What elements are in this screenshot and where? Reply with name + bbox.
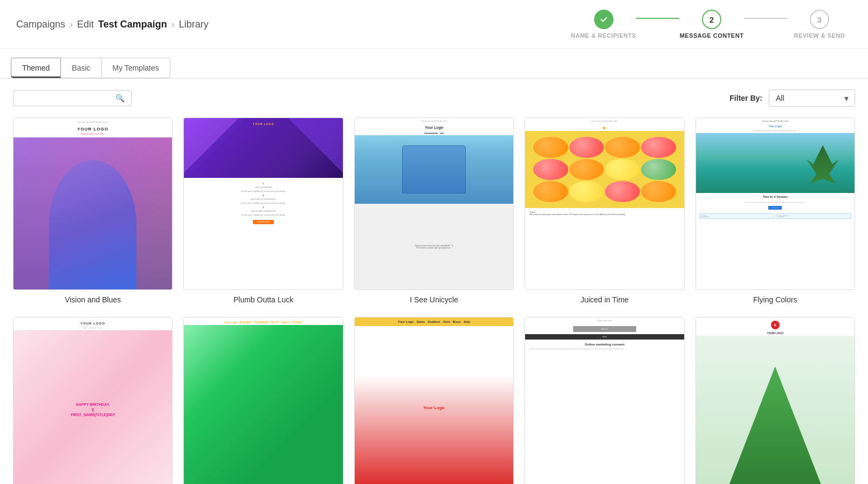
template-juiced[interactable]: Can't see this email? OK still_cool % 🍋 — [525, 117, 684, 304]
breadcrumb-chevron-1: › — [70, 19, 73, 30]
breadcrumb: Campaigns › Edit Test Campaign › Library — [16, 19, 209, 30]
step-1: NAME & RECIPIENTS — [571, 10, 636, 39]
step-3-label: REVIEW & SEND — [794, 32, 845, 39]
template-unicycle[interactable]: Can't see this email? OK still_cool % Yo… — [354, 117, 514, 304]
step-3: 3 REVIEW & SEND — [787, 10, 852, 39]
template-vision-blues[interactable]: Can't see this email? Ok still_cool % YO… — [13, 117, 173, 304]
template-flying-name: Flying Colors — [695, 295, 855, 304]
library-label: Library — [179, 19, 209, 30]
tab-my-templates[interactable]: My Templates — [102, 58, 170, 78]
template-golf-preview: Your Logo BARBER YOURBERS BOYS GIRLS STO… — [183, 317, 343, 484]
header: Campaigns › Edit Test Campaign › Library… — [0, 0, 868, 49]
template-golf[interactable]: Your Logo BARBER YOURBERS BOYS GIRLS STO… — [183, 317, 343, 484]
step-2-label: MESSAGE CONTENT — [680, 32, 744, 39]
template-juiced-name: Juiced in Time — [525, 295, 684, 304]
filter-select-wrapper[interactable]: All Seasonal Holiday Business eCommerce — [769, 89, 855, 107]
template-plumb-name: Plumb Outta Luck — [183, 295, 343, 304]
breadcrumb-chevron-2: › — [171, 19, 175, 30]
template-vision-blues-name: Vision and Blues — [13, 295, 173, 304]
template-retail[interactable]: Your Logo Sales Saddest Girls Boys Sale … — [354, 317, 514, 484]
campaign-name: Test Campaign — [98, 19, 167, 30]
template-unicycle-name: I See Unicycle — [354, 295, 514, 304]
template-retail-preview: Your Logo Sales Saddest Girls Boys Sale … — [354, 317, 514, 484]
template-vision-blues-preview: Can't see this email? Ok still_cool % YO… — [13, 117, 173, 290]
steps-container: NAME & RECIPIENTS 2 MESSAGE CONTENT 3 RE… — [571, 10, 852, 39]
tab-themed[interactable]: Themed — [11, 58, 61, 78]
template-plant[interactable]: B YOUR LOGO — [695, 317, 855, 484]
template-consent-preview: Privacy policy email HELLO Home Online m… — [525, 317, 684, 484]
template-flying-preview: Can't see this email? OK still_cool % Yo… — [695, 117, 855, 290]
connector-2 — [744, 18, 787, 19]
template-birthday-preview: YOUR LOGO RUN CLOTHING SALE HAPPY BIRTHD… — [13, 317, 173, 484]
templates-grid-row2: YOUR LOGO RUN CLOTHING SALE HAPPY BIRTHD… — [0, 317, 868, 484]
search-input[interactable] — [20, 94, 111, 102]
step-2-circle: 2 — [702, 10, 721, 29]
connector-1 — [636, 18, 679, 19]
step-2: 2 MESSAGE CONTENT — [679, 10, 744, 39]
template-consent[interactable]: Privacy policy email HELLO Home Online m… — [525, 317, 684, 484]
search-icon: 🔍 — [115, 94, 125, 102]
filter-select[interactable]: All Seasonal Holiday Business eCommerce — [769, 89, 855, 107]
toolbar: 🔍 Filter By: All Seasonal Holiday Busine… — [0, 79, 868, 117]
filter-group: Filter By: All Seasonal Holiday Business… — [729, 89, 855, 107]
template-plant-preview: B YOUR LOGO — [695, 317, 855, 484]
tabs-container: Themed Basic My Templates — [0, 49, 868, 79]
step-3-circle: 3 — [810, 10, 829, 29]
search-container[interactable]: 🔍 — [13, 90, 132, 106]
templates-grid-row1: Can't see this email? Ok still_cool % YO… — [0, 117, 868, 317]
template-flying[interactable]: Can't see this email? OK still_cool % Yo… — [695, 117, 855, 304]
step-1-circle — [594, 10, 614, 29]
template-unicycle-preview: Can't see this email? OK still_cool % Yo… — [354, 117, 514, 290]
edit-label: Edit — [77, 19, 94, 30]
filter-label: Filter By: — [729, 94, 762, 102]
campaigns-link[interactable]: Campaigns — [16, 19, 65, 30]
template-plumb-preview: YOUR LOGO 1. FIND YOUR PATTERN Use this … — [183, 117, 343, 290]
template-juiced-preview: Can't see this email? OK still_cool % 🍋 — [525, 117, 684, 290]
template-birthday[interactable]: YOUR LOGO RUN CLOTHING SALE HAPPY BIRTHD… — [13, 317, 173, 484]
template-plumb[interactable]: YOUR LOGO 1. FIND YOUR PATTERN Use this … — [183, 117, 343, 304]
step-1-label: NAME & RECIPIENTS — [571, 32, 636, 39]
tab-basic[interactable]: Basic — [61, 58, 101, 78]
